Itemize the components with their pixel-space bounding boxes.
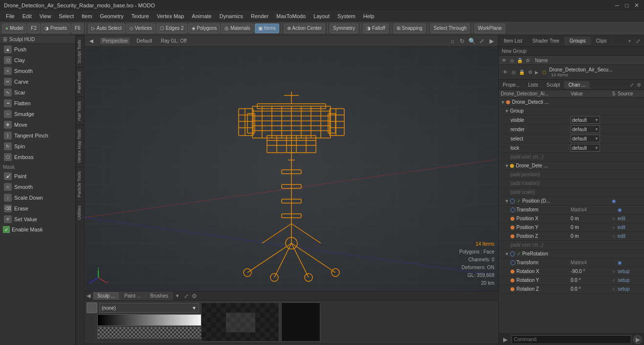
f6-button[interactable]: F6	[71, 23, 84, 33]
tool-clay[interactable]: ◻ Clay	[0, 55, 75, 66]
auto-select-button[interactable]: ▷ Auto Select	[88, 23, 125, 33]
menu-maxtomodo[interactable]: MaxToModo	[272, 12, 310, 20]
lists-tab[interactable]: Lists	[524, 81, 543, 89]
enable-mask-checkbox[interactable]: ✓	[3, 226, 10, 233]
tool-smooth[interactable]: ≈ Smooth	[0, 66, 75, 76]
particle-tools-tab[interactable]: Particle Tools	[76, 167, 85, 201]
row-gear-icon[interactable]: ⚙	[527, 69, 533, 76]
falloff-button[interactable]: ◑ Falloff	[363, 23, 389, 33]
texture-preview-main[interactable]	[201, 302, 279, 342]
menu-system[interactable]: System	[333, 12, 359, 20]
settings-props-icon[interactable]: ⚙	[636, 82, 642, 88]
rot-x-setup[interactable]: setup	[618, 269, 629, 274]
select-dropdown[interactable]: default ▼	[571, 135, 600, 142]
vp-expand-icon[interactable]: ⤢	[478, 37, 486, 45]
rot-y-setup[interactable]: setup	[618, 277, 629, 283]
lock-dropdown[interactable]: default ▼	[571, 144, 600, 152]
menu-view[interactable]: View	[36, 12, 55, 20]
brushes-dropdown[interactable]: ▼	[173, 293, 182, 299]
tool-smooth-mask[interactable]: ≈ Smooth	[0, 182, 75, 192]
materials-button[interactable]: ◎ Materials	[221, 23, 253, 33]
menu-item[interactable]: Item	[78, 12, 96, 20]
menu-layout[interactable]: Layout	[310, 12, 333, 20]
color-swatch[interactable]	[87, 302, 97, 313]
viewport-canvas[interactable]: 14 Items Polygons : Face Channels: 0 Def…	[85, 47, 498, 291]
menu-select[interactable]: Select	[55, 12, 78, 20]
tool-tangent-pinch[interactable]: ⟩ Tangent Pinch	[0, 130, 75, 141]
tool-move[interactable]: ✥ Move	[0, 119, 75, 130]
utilities-tab[interactable]: Utilities	[76, 201, 85, 224]
none-dropdown[interactable]: (none) ▼	[99, 303, 199, 313]
items-button[interactable]: ▣ Items	[255, 23, 279, 33]
tool-flatten[interactable]: ━ Flatten	[0, 98, 75, 109]
presets-button[interactable]: ◑ Presets	[41, 23, 70, 33]
menu-help[interactable]: Help	[359, 12, 378, 20]
f2-button[interactable]: F2	[27, 23, 40, 33]
pos-x-edit[interactable]: edit	[618, 216, 625, 221]
minimize-button[interactable]: ─	[614, 2, 621, 9]
tool-erase[interactable]: ⌫ Erase	[0, 203, 75, 214]
command-run-icon[interactable]: ▶	[633, 335, 642, 344]
row-render-icon[interactable]: ◎	[510, 69, 517, 76]
expand-bottom-icon[interactable]: ⤢	[182, 292, 190, 300]
pos-y-edit[interactable]: edit	[618, 225, 625, 230]
model-mode-button[interactable]: ● Model	[2, 23, 26, 33]
maximize-button[interactable]: □	[623, 2, 630, 9]
render-icon[interactable]: ◎	[509, 57, 515, 64]
select-through-button[interactable]: Select Through	[430, 23, 470, 33]
menu-geometry[interactable]: Geometry	[96, 12, 127, 20]
tool-spin[interactable]: ↻ Spin	[0, 141, 75, 152]
tool-emboss[interactable]: ⬡ Emboss	[0, 152, 75, 162]
vp-rotate-icon[interactable]: ↻	[458, 37, 466, 45]
expand-props-icon[interactable]: ⤢	[629, 82, 635, 88]
workplane-button[interactable]: WorkPlane	[474, 23, 505, 33]
gradient-strip[interactable]	[97, 314, 205, 326]
tool-carve[interactable]: ✂ Carve	[0, 76, 75, 87]
menu-texture[interactable]: Texture	[128, 12, 153, 20]
command-arrow-icon[interactable]: ▶	[501, 335, 510, 344]
groups-tab[interactable]: Groups	[565, 37, 591, 45]
expand-tab-icon[interactable]: ⤢	[634, 37, 642, 45]
clips-tab[interactable]: Clips	[591, 37, 612, 45]
visible-dropdown[interactable]: default ▼	[571, 116, 600, 124]
pos-z-edit[interactable]: edit	[618, 233, 625, 239]
snapping-button[interactable]: ⊞ Snapping	[393, 23, 426, 33]
vertex-map-tools-tab[interactable]: Vertex Map Tools	[76, 125, 85, 167]
command-input[interactable]	[511, 335, 631, 344]
brushes-tab[interactable]: Brushes	[146, 292, 173, 300]
render-dropdown[interactable]: default ▼	[571, 125, 600, 133]
menu-animate[interactable]: Animate	[188, 12, 215, 20]
vp-menu-icon[interactable]: ▶	[488, 37, 495, 45]
gear-icon[interactable]: ⚙	[524, 57, 531, 64]
sculpt-tab[interactable]: Sculpt	[543, 81, 565, 89]
settings-bottom-icon[interactable]: ⚙	[191, 292, 199, 300]
action-center-button[interactable]: ⊕ Action Center	[284, 23, 325, 33]
sculp-tab[interactable]: Sculp ...	[93, 292, 119, 300]
properties-tab[interactable]: Prope...	[499, 81, 524, 89]
paint-tools-tab[interactable]: Paint Tools	[76, 67, 85, 97]
tool-scale-down[interactable]: ↓ Scale Down	[0, 192, 75, 203]
tool-smudge[interactable]: ~ Smudge	[0, 109, 75, 119]
add-tab-icon[interactable]: +	[626, 37, 633, 45]
vp-home-icon[interactable]: ⌂	[448, 37, 456, 45]
rot-z-setup[interactable]: setup	[618, 286, 629, 292]
lock-icon[interactable]: 🔒	[516, 57, 523, 64]
menu-render[interactable]: Render	[247, 12, 272, 20]
symmetry-button[interactable]: Symmetry	[330, 23, 358, 33]
menu-dynamics[interactable]: Dynamics	[216, 12, 247, 20]
row-eye-icon[interactable]: 👁	[502, 69, 509, 76]
row-lock-icon[interactable]: 🔒	[518, 69, 525, 76]
menu-edit[interactable]: Edit	[19, 12, 36, 20]
item-list-tab[interactable]: Item List	[499, 37, 528, 45]
paint-tab[interactable]: Paint ...	[120, 292, 145, 300]
texture-preview-dark[interactable]	[281, 302, 320, 342]
expand-bottom-left[interactable]: ◀	[87, 293, 90, 299]
tool-scar[interactable]: ∿ Scar	[0, 87, 75, 98]
vertices-button[interactable]: ◇ Vertices	[126, 23, 155, 33]
tool-push[interactable]: ▲ Push	[0, 44, 75, 55]
eye-icon[interactable]: 👁	[501, 57, 508, 64]
tool-set-value[interactable]: # Set Value	[0, 214, 75, 225]
expand-viewport-icon[interactable]: ◀	[88, 38, 95, 44]
polygons-button[interactable]: ◈ Polygons	[188, 23, 221, 33]
tool-paint[interactable]: 🖌 Paint	[0, 171, 75, 182]
